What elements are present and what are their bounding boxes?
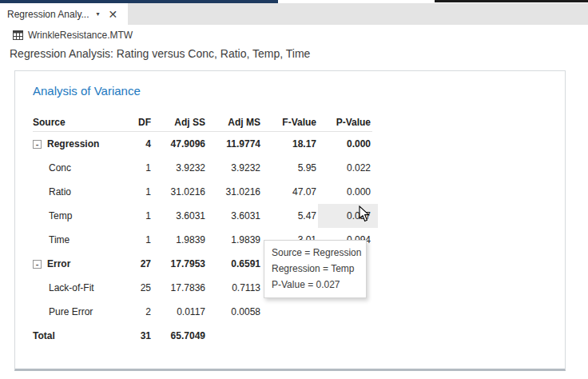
close-icon[interactable]: ✕: [109, 9, 118, 20]
table-row: Conc13.92323.92325.950.022: [33, 156, 372, 180]
adj-ms-cell[interactable]: 3.9232: [207, 162, 262, 174]
adj-ss-cell[interactable]: 3.9232: [153, 162, 207, 174]
adj-ss-cell[interactable]: 0.0117: [153, 306, 207, 317]
top-window-edge: [435, 0, 588, 2]
source-cell[interactable]: Total: [33, 330, 121, 341]
tooltip-line: P-Value = 0.027: [272, 277, 359, 293]
adj-ss-cell[interactable]: 3.6031: [153, 210, 207, 221]
source-label: Pure Error: [49, 306, 93, 317]
adj-ss-cell[interactable]: 31.0216: [153, 186, 207, 197]
source-cell[interactable]: Lack-of-Fit: [33, 282, 121, 293]
df-cell[interactable]: 2: [121, 306, 153, 317]
collapse-icon[interactable]: -: [33, 260, 42, 269]
column-header: Adj MS: [207, 117, 262, 128]
source-label: Regression: [47, 138, 99, 150]
table-row: Total3165.7049: [33, 324, 372, 348]
table-row: -Regression447.909611.977418.170.000: [33, 132, 372, 156]
df-cell[interactable]: 1: [121, 210, 153, 221]
table-header-row: SourceDFAdj SSAdj MSF-ValueP-Value: [33, 113, 372, 132]
source-cell[interactable]: Ratio: [33, 186, 121, 197]
tab-regression-analysis[interactable]: Regression Analy... ▾ ✕: [0, 3, 128, 25]
source-cell[interactable]: Time: [33, 234, 121, 245]
tab-label: Regression Analy...: [7, 9, 89, 20]
df-cell[interactable]: 31: [121, 330, 153, 341]
adj-ss-cell[interactable]: 17.7836: [153, 282, 207, 293]
tooltip-line: Regression = Temp: [272, 261, 359, 277]
df-cell[interactable]: 1: [121, 162, 153, 174]
collapse-icon[interactable]: -: [33, 140, 42, 149]
worksheet-grid-icon: [13, 30, 23, 40]
df-cell[interactable]: 25: [121, 282, 153, 293]
f-value-cell[interactable]: 18.17: [262, 138, 318, 150]
output-panel: Analysis of Variance SourceDFAdj SSAdj M…: [14, 70, 566, 371]
adj-ss-cell[interactable]: 47.9096: [153, 138, 207, 150]
source-label: Conc: [49, 162, 71, 174]
adj-ms-cell[interactable]: 0.0058: [207, 306, 262, 317]
column-header: F-Value: [262, 117, 318, 128]
section-title: Analysis of Variance: [33, 84, 141, 98]
source-label: Lack-of-Fit: [49, 282, 94, 293]
mouse-cursor-icon: [359, 205, 371, 223]
source-label: Ratio: [49, 186, 71, 197]
p-value-cell[interactable]: 0.000: [318, 186, 372, 197]
source-cell[interactable]: Conc: [33, 162, 121, 174]
adj-ms-cell[interactable]: 0.6591: [207, 258, 262, 269]
adj-ss-cell[interactable]: 17.7953: [153, 258, 207, 269]
df-cell[interactable]: 1: [121, 234, 153, 245]
adj-ms-cell[interactable]: 1.9839: [207, 234, 262, 245]
adj-ms-cell[interactable]: 0.7113: [207, 282, 262, 293]
df-cell[interactable]: 27: [121, 258, 153, 269]
worksheet-name: WrinkleResistance.MTW: [28, 30, 133, 41]
source-label: Time: [49, 234, 70, 245]
p-value-cell[interactable]: 0.000: [318, 138, 372, 150]
adj-ms-cell[interactable]: 3.6031: [207, 210, 262, 221]
source-label: Temp: [49, 210, 72, 221]
adj-ss-cell[interactable]: 1.9839: [153, 234, 207, 245]
f-value-cell[interactable]: 5.47: [262, 210, 318, 221]
output-tab-bar: Regression Analy... ▾ ✕: [0, 3, 588, 25]
df-cell[interactable]: 4: [121, 138, 153, 150]
table-row: Pure Error20.01170.0058: [33, 300, 372, 324]
source-cell[interactable]: -Error: [33, 258, 121, 269]
f-value-cell[interactable]: 47.07: [262, 186, 318, 197]
source-label: Error: [47, 258, 70, 269]
source-cell[interactable]: Temp: [33, 210, 121, 221]
f-value-cell[interactable]: 5.95: [262, 162, 318, 174]
source-label: Total: [33, 330, 55, 341]
table-row: Ratio131.021631.021647.070.000: [33, 180, 372, 204]
column-header: DF: [121, 117, 153, 128]
anova-table: SourceDFAdj SSAdj MSF-ValueP-Value-Regre…: [33, 113, 372, 348]
p-value-cell[interactable]: 0.022: [318, 162, 372, 174]
source-cell[interactable]: -Regression: [33, 138, 121, 150]
df-cell[interactable]: 1: [121, 186, 153, 197]
column-header: P-Value: [318, 117, 372, 128]
chevron-down-icon[interactable]: ▾: [97, 10, 100, 18]
adj-ss-cell[interactable]: 65.7049: [153, 330, 207, 341]
column-header: Adj SS: [153, 117, 207, 128]
column-header: Source: [33, 117, 121, 128]
tooltip-line: Source = Regression: [272, 245, 359, 261]
adj-ms-cell[interactable]: 11.9774: [207, 138, 262, 150]
hover-tooltip: Source = Regression Regression = Temp P-…: [264, 240, 367, 298]
page-title: Regression Analysis: Rating versus Conc,…: [10, 47, 310, 60]
adj-ms-cell[interactable]: 31.0216: [207, 186, 262, 197]
table-row: Temp13.60313.60315.470.027: [33, 204, 372, 228]
source-cell[interactable]: Pure Error: [33, 306, 121, 317]
worksheet-link[interactable]: WrinkleResistance.MTW: [13, 30, 133, 41]
